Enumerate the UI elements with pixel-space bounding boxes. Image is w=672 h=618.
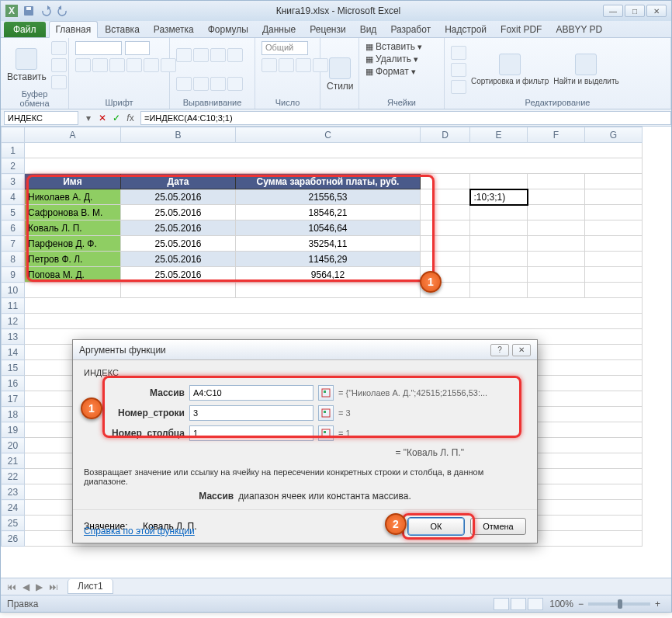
table-row[interactable]: Николаев А. Д.	[25, 189, 121, 205]
ref-select-icon[interactable]	[318, 405, 334, 421]
zoom-level[interactable]: 100%	[549, 599, 573, 609]
fx-icon[interactable]: fx	[123, 111, 137, 125]
tab-developer[interactable]: Разработ	[383, 21, 438, 37]
sheet-tab-1[interactable]: Лист1	[68, 579, 113, 594]
col-E[interactable]: E	[470, 127, 528, 143]
zoom-in-icon[interactable]: +	[655, 599, 660, 609]
sheet-nav-first-icon[interactable]: ⏮	[7, 582, 16, 592]
cut-icon[interactable]	[51, 41, 67, 55]
active-cell[interactable]: :10;3;1)	[470, 189, 528, 205]
maximize-button[interactable]: □	[625, 5, 645, 17]
arg-array-input[interactable]	[189, 385, 313, 401]
ok-button[interactable]: ОК	[408, 518, 464, 535]
table-row[interactable]: Петров Ф. Л.	[25, 252, 121, 267]
percent-icon[interactable]	[279, 58, 294, 72]
col-G[interactable]: G	[585, 127, 643, 143]
dialog-help-button[interactable]: ?	[490, 344, 509, 356]
name-box[interactable]	[4, 111, 78, 125]
header-date[interactable]: Дата	[121, 174, 236, 189]
clear-icon[interactable]	[451, 80, 466, 94]
file-tab[interactable]: Файл	[4, 22, 46, 37]
currency-icon[interactable]	[262, 58, 277, 72]
sort-filter-button[interactable]: Сортировка и фильтр	[471, 54, 549, 85]
sheet-nav-prev-icon[interactable]: ◀	[23, 582, 29, 592]
view-break-icon[interactable]	[528, 598, 543, 610]
tab-home[interactable]: Главная	[49, 21, 99, 38]
find-select-button[interactable]: Найти и выделить	[553, 54, 618, 85]
cancel-button[interactable]: Отмена	[470, 518, 526, 535]
tab-data[interactable]: Данные	[255, 21, 303, 37]
ref-select-icon[interactable]	[318, 425, 334, 441]
header-name[interactable]: Имя	[25, 174, 121, 189]
dialog-titlebar[interactable]: Аргументы функции ? ✕	[73, 340, 537, 360]
redo-icon[interactable]	[57, 5, 69, 17]
col-C[interactable]: C	[236, 127, 421, 143]
styles-button[interactable]: Стили	[327, 57, 354, 92]
arg-col-input[interactable]	[189, 425, 313, 441]
align-middle-icon[interactable]	[193, 48, 209, 62]
zoom-out-icon[interactable]: −	[578, 599, 584, 609]
view-page-icon[interactable]	[511, 598, 526, 610]
align-center-icon[interactable]	[193, 77, 209, 91]
font-select[interactable]	[75, 41, 122, 55]
align-right-icon[interactable]	[210, 77, 226, 91]
tab-layout[interactable]: Разметка	[147, 21, 201, 37]
underline-button[interactable]	[109, 58, 125, 72]
tab-addins[interactable]: Надстрой	[438, 21, 494, 37]
minimize-button[interactable]: —	[603, 5, 623, 17]
name-box-dropdown-icon[interactable]: ▾	[81, 111, 95, 125]
dialog-close-button[interactable]: ✕	[512, 344, 531, 356]
tab-review[interactable]: Рецензи	[303, 21, 352, 37]
tab-formulas[interactable]: Формулы	[201, 21, 255, 37]
align-top-icon[interactable]	[176, 48, 192, 62]
fill-icon[interactable]	[451, 63, 466, 77]
help-link[interactable]: Справка по этой функции	[84, 526, 195, 536]
cancel-formula-icon[interactable]: ✕	[95, 111, 109, 125]
autosum-icon[interactable]	[451, 46, 466, 60]
cells-delete[interactable]: ▦ Удалить ▾	[365, 54, 418, 64]
sheet-nav-next-icon[interactable]: ▶	[36, 582, 43, 592]
col-B[interactable]: B	[121, 127, 236, 143]
undo-icon[interactable]	[40, 5, 52, 17]
format-painter-icon[interactable]	[51, 75, 67, 89]
font-size[interactable]	[125, 41, 150, 55]
sheet-nav-last-icon[interactable]: ⏭	[49, 582, 58, 592]
align-left-icon[interactable]	[176, 77, 192, 91]
italic-button[interactable]	[92, 58, 108, 72]
table-row[interactable]: Парфенов Д. Ф.	[25, 236, 121, 252]
copy-icon[interactable]	[51, 58, 67, 72]
col-A[interactable]: A	[25, 127, 121, 143]
select-all[interactable]	[2, 127, 25, 143]
number-format-select[interactable]: Общий	[262, 41, 308, 55]
tab-abbyy[interactable]: ABBYY PD	[549, 21, 609, 37]
fill-color-button[interactable]	[144, 58, 159, 72]
paste-button[interactable]: Вставить	[7, 48, 47, 82]
tab-insert[interactable]: Вставка	[98, 21, 147, 37]
cells-insert[interactable]: ▦ Вставить ▾	[365, 41, 422, 52]
close-button[interactable]: ✕	[646, 5, 667, 17]
row-1[interactable]: 1	[2, 143, 25, 158]
align-bottom-icon[interactable]	[210, 48, 226, 62]
view-normal-icon[interactable]	[494, 598, 509, 610]
comma-icon[interactable]	[296, 58, 311, 72]
merge-icon[interactable]	[227, 77, 243, 91]
table-row[interactable]: Попова М. Д.	[25, 267, 121, 283]
table-row[interactable]: Коваль Л. П.	[25, 220, 121, 236]
wrap-text-icon[interactable]	[227, 48, 243, 62]
save-icon[interactable]	[23, 5, 35, 17]
col-F[interactable]: F	[528, 127, 585, 143]
accept-formula-icon[interactable]: ✓	[109, 111, 123, 125]
bold-button[interactable]	[75, 58, 91, 72]
row-3[interactable]: 3	[2, 174, 25, 189]
ref-select-icon[interactable]	[318, 385, 334, 401]
col-D[interactable]: D	[421, 127, 470, 143]
tab-view[interactable]: Вид	[353, 21, 384, 37]
header-sum[interactable]: Сумма заработной платы, руб.	[236, 174, 421, 189]
border-button[interactable]	[126, 58, 142, 72]
zoom-slider[interactable]	[588, 602, 650, 606]
tab-foxit[interactable]: Foxit PDF	[494, 21, 549, 37]
formula-input[interactable]	[140, 111, 671, 125]
cells-format[interactable]: ▦ Формат ▾	[365, 66, 416, 77]
table-row[interactable]: Сафронова В. М.	[25, 205, 121, 220]
arg-row-input[interactable]	[189, 405, 313, 421]
